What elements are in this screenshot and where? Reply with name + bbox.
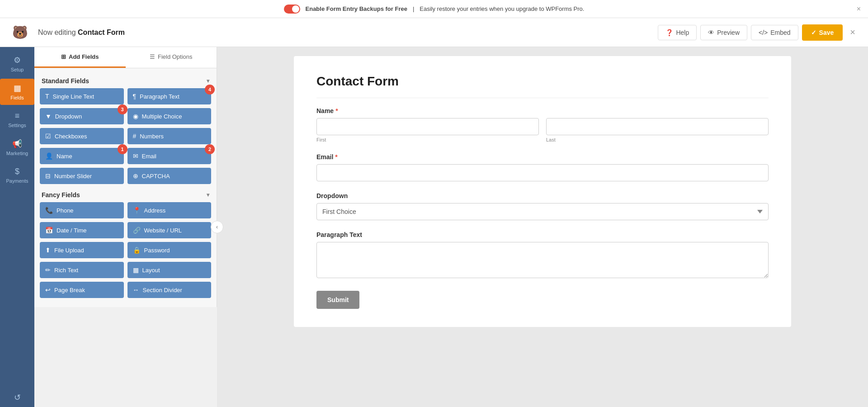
dropdown-field-group: Dropdown First Choice bbox=[316, 192, 769, 220]
email-field-group: Email * bbox=[316, 153, 769, 181]
field-btn-multiple-choice[interactable]: ◉ Multiple Choice bbox=[127, 108, 212, 124]
email-badge: 2 bbox=[205, 144, 215, 154]
form-card: Contact Form Name * First Last bbox=[294, 56, 791, 327]
fancy-fields-header[interactable]: Fancy Fields ▾ bbox=[40, 188, 211, 202]
field-btn-single-line-text[interactable]: T Single Line Text bbox=[40, 88, 124, 104]
editing-title: Now editing Contact Form bbox=[38, 28, 651, 37]
file-upload-label: File Upload bbox=[54, 247, 84, 254]
field-btn-rich-text[interactable]: ✏ Rich Text bbox=[40, 262, 124, 278]
dropdown-label: Dropdown bbox=[55, 113, 82, 120]
close-editor-button[interactable]: × bbox=[846, 25, 859, 39]
sidebar-item-marketing[interactable]: 📢 Marketing bbox=[0, 134, 34, 161]
help-label: Help bbox=[676, 29, 689, 36]
email-input[interactable] bbox=[316, 164, 769, 181]
tab-add-fields[interactable]: ⊞ Add Fields bbox=[34, 47, 126, 68]
field-btn-captcha[interactable]: ⊕ CAPTCHA bbox=[127, 168, 212, 184]
field-btn-password[interactable]: 🔒 Password bbox=[127, 242, 212, 258]
form-name: Contact Form bbox=[78, 28, 125, 36]
setup-label: Setup bbox=[11, 67, 24, 72]
paragraph-text-badge: 4 bbox=[205, 85, 215, 95]
field-btn-paragraph-text[interactable]: ¶ Paragraph Text 4 bbox=[127, 88, 212, 104]
editing-prefix: Now editing bbox=[38, 28, 76, 36]
embed-label: Embed bbox=[770, 29, 790, 36]
preview-button[interactable]: 👁 Preview bbox=[700, 25, 747, 40]
fields-panel: ⊞ Add Fields ☰ Field Options Standard Fi… bbox=[34, 47, 217, 307]
sidebar-item-fields[interactable]: ▦ Fields bbox=[0, 79, 34, 105]
field-btn-layout[interactable]: ▦ Layout bbox=[127, 262, 212, 278]
field-btn-address[interactable]: 📍 Address bbox=[127, 202, 212, 218]
standard-fields-grid: T Single Line Text ¶ Paragraph Text 4 ▼ … bbox=[40, 88, 211, 184]
section-divider-label: Section Divider bbox=[143, 287, 182, 293]
dropdown-select[interactable]: First Choice bbox=[316, 203, 769, 220]
field-btn-phone[interactable]: 📞 Phone bbox=[40, 202, 124, 218]
field-btn-page-break[interactable]: ↩ Page Break bbox=[40, 282, 124, 298]
help-button[interactable]: ❓ Help bbox=[658, 25, 697, 40]
embed-icon: </> bbox=[759, 29, 768, 36]
multiple-choice-label: Multiple Choice bbox=[142, 113, 182, 120]
checkboxes-icon: ☑ bbox=[45, 133, 51, 140]
name-last-sublabel: Last bbox=[546, 137, 769, 142]
field-btn-section-divider[interactable]: ↔ Section Divider bbox=[127, 282, 212, 298]
name-label: Name bbox=[57, 153, 72, 160]
field-btn-number-slider[interactable]: ⊟ Number Slider bbox=[40, 168, 124, 184]
single-line-text-label: Single Line Text bbox=[53, 93, 94, 100]
address-icon: 📍 bbox=[133, 207, 141, 214]
name-field-group: Name * First Last bbox=[316, 107, 769, 142]
page-break-label: Page Break bbox=[54, 287, 85, 293]
password-icon: 🔒 bbox=[133, 246, 141, 254]
fancy-fields-grid: 📞 Phone 📍 Address 📅 Date / Time 🔗 Websit… bbox=[40, 202, 211, 298]
header-bar: 🐻 Now editing Contact Form ❓ Help 👁 Prev… bbox=[0, 18, 868, 47]
paragraph-textarea[interactable] bbox=[316, 242, 769, 278]
settings-label: Settings bbox=[8, 123, 26, 128]
single-line-text-icon: T bbox=[45, 93, 49, 100]
backup-sub-text: | bbox=[413, 5, 414, 12]
paragraph-text-icon: ¶ bbox=[133, 93, 137, 100]
sidebar-item-settings[interactable]: ≡ Settings bbox=[0, 107, 34, 133]
dropdown-field-label: Dropdown bbox=[316, 192, 769, 199]
save-button[interactable]: ✓ Save bbox=[802, 24, 843, 41]
field-btn-website-url[interactable]: 🔗 Website / URL bbox=[127, 222, 212, 238]
email-field-label: Email * bbox=[316, 153, 769, 161]
sidebar-item-setup[interactable]: ⚙ Setup bbox=[0, 51, 34, 77]
sidebar-nav: ⚙ Setup ▦ Fields ≡ Settings 📢 Marketing … bbox=[0, 47, 34, 407]
form-title: Contact Form bbox=[316, 74, 769, 98]
paragraph-field-group: Paragraph Text bbox=[316, 231, 769, 280]
field-btn-checkboxes[interactable]: ☑ Checkboxes bbox=[40, 128, 124, 144]
tab-field-options[interactable]: ☰ Field Options bbox=[126, 47, 217, 68]
save-icon: ✓ bbox=[811, 29, 816, 36]
payments-label: Payments bbox=[6, 178, 28, 184]
setup-icon: ⚙ bbox=[14, 55, 21, 65]
standard-fields-header[interactable]: Standard Fields ▾ bbox=[40, 74, 211, 88]
dropdown-icon: ▼ bbox=[45, 113, 52, 120]
name-last-wrapper: Last bbox=[546, 118, 769, 142]
sidebar-item-payments[interactable]: $ Payments bbox=[0, 162, 34, 188]
field-btn-numbers[interactable]: # Numbers bbox=[127, 128, 212, 144]
number-slider-icon: ⊟ bbox=[45, 172, 51, 180]
field-btn-dropdown[interactable]: ▼ Dropdown 3 bbox=[40, 108, 124, 124]
field-btn-email[interactable]: ✉ Email 2 bbox=[127, 148, 212, 164]
preview-label: Preview bbox=[717, 29, 740, 36]
multiple-choice-icon: ◉ bbox=[133, 113, 138, 120]
backup-toggle-label: Enable Form Entry Backups for Free bbox=[306, 5, 407, 12]
toggle-backups[interactable] bbox=[284, 5, 300, 14]
file-upload-icon: ⬆ bbox=[45, 246, 51, 254]
date-time-label: Date / Time bbox=[57, 227, 86, 234]
notification-close-icon[interactable]: × bbox=[857, 5, 861, 13]
number-slider-label: Number Slider bbox=[54, 173, 92, 180]
email-icon: ✉ bbox=[133, 152, 138, 160]
form-canvas: Contact Form Name * First Last bbox=[217, 47, 868, 407]
field-btn-date-time[interactable]: 📅 Date / Time bbox=[40, 222, 124, 238]
captcha-icon: ⊕ bbox=[133, 172, 138, 180]
field-btn-file-upload[interactable]: ⬆ File Upload bbox=[40, 242, 124, 258]
panel-content: Standard Fields ▾ T Single Line Text ¶ P… bbox=[34, 68, 217, 307]
add-fields-label: Add Fields bbox=[69, 53, 99, 60]
panel-collapse-button[interactable]: ‹ bbox=[211, 221, 223, 233]
name-first-input[interactable] bbox=[316, 118, 539, 135]
sidebar-item-revisions[interactable]: ↺ bbox=[0, 388, 34, 407]
password-label: Password bbox=[144, 247, 170, 254]
fancy-fields-title: Fancy Fields bbox=[42, 191, 80, 199]
field-btn-name[interactable]: 👤 Name 1 bbox=[40, 148, 124, 164]
name-last-input[interactable] bbox=[546, 118, 769, 135]
embed-button[interactable]: </> Embed bbox=[751, 25, 798, 40]
submit-button[interactable]: Submit bbox=[316, 291, 359, 309]
